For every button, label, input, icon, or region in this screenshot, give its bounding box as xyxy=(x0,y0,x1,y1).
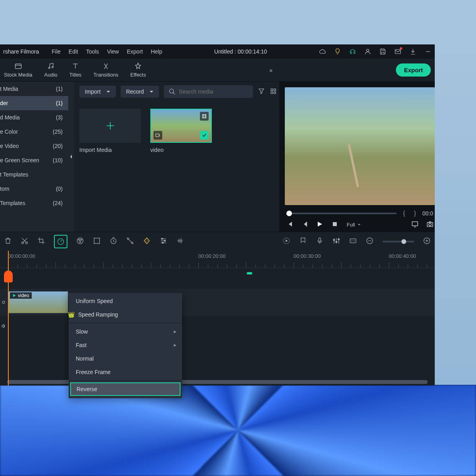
sidebar-item[interactable]: e Green Screen(10) xyxy=(0,153,68,167)
tab-stock-media[interactable]: Stock Media xyxy=(4,62,33,78)
mark-in-icon[interactable]: { xyxy=(401,210,407,217)
menu-tools[interactable]: Tools xyxy=(86,48,99,55)
menu-fast[interactable]: Fast xyxy=(69,338,182,352)
zoom-in-icon[interactable] xyxy=(423,237,431,246)
step-back-icon[interactable] xyxy=(286,221,293,228)
render-icon[interactable] xyxy=(282,237,290,246)
download-icon[interactable] xyxy=(409,48,416,55)
user-icon[interactable] xyxy=(364,48,371,55)
search-input[interactable] xyxy=(179,88,248,95)
sidebar-item[interactable]: Templates(24) xyxy=(0,196,68,210)
playhead[interactable] xyxy=(8,251,9,386)
speed-button[interactable] xyxy=(54,235,67,248)
audio-spectrum-icon[interactable] xyxy=(176,237,184,246)
add-to-timeline-icon[interactable] xyxy=(154,131,162,140)
marker-icon[interactable] xyxy=(299,237,307,246)
tab-effects[interactable]: Effects xyxy=(130,62,146,78)
track-lock-icon[interactable] xyxy=(0,289,7,316)
sidebar-item[interactable]: t Templates xyxy=(0,167,68,182)
track-row-empty xyxy=(0,268,435,289)
timeline-toolbar xyxy=(0,232,435,251)
menu-reverse[interactable]: Reverse xyxy=(70,382,180,396)
scrubber-thumb[interactable] xyxy=(286,211,292,216)
play-backward-icon[interactable] xyxy=(301,221,308,228)
menu-normal[interactable]: Normal xyxy=(69,352,182,365)
timeline-ruler[interactable]: 00:00:00:00 00:00:20:00 00:00:30:00 00:0… xyxy=(0,251,435,268)
record-dropdown[interactable]: Record xyxy=(121,86,159,98)
menu-slow[interactable]: Slow xyxy=(69,325,182,338)
audio-mixer-icon[interactable] xyxy=(332,237,340,246)
svg-rect-1 xyxy=(395,50,401,54)
export-button[interactable]: Export xyxy=(396,63,431,77)
clip-type-icon xyxy=(200,112,209,121)
speed-menu: Uniform Speed Speed Ramping Slow Fast No… xyxy=(69,293,182,398)
menu-view[interactable]: View xyxy=(107,48,119,55)
cloud-icon[interactable] xyxy=(319,48,326,55)
play-icon[interactable] xyxy=(317,221,323,228)
zoom-slider-thumb[interactable] xyxy=(401,239,406,244)
crop-icon[interactable] xyxy=(37,237,45,246)
preview-scrubber[interactable]: { } 00:0 xyxy=(285,210,435,217)
snapshot-icon[interactable] xyxy=(427,221,433,228)
playhead-handle[interactable] xyxy=(4,271,13,282)
menu-freeze-frame[interactable]: Freeze Frame xyxy=(69,365,182,379)
menu-help[interactable]: Help xyxy=(151,48,162,55)
sidebar-item[interactable]: t Media(1) xyxy=(0,82,68,96)
stop-icon[interactable] xyxy=(332,221,338,228)
cut-icon[interactable] xyxy=(21,237,29,246)
menu-uniform-speed[interactable]: Uniform Speed xyxy=(69,294,182,308)
sidebar-item[interactable]: d Media(3) xyxy=(0,110,68,125)
track-mute-icon[interactable] xyxy=(0,316,7,336)
support-icon[interactable] xyxy=(349,48,356,55)
search-box[interactable] xyxy=(164,85,253,98)
minimize-icon[interactable] xyxy=(424,48,432,55)
svg-rect-6 xyxy=(271,89,273,91)
menu-edit[interactable]: Edit xyxy=(69,48,78,55)
quality-dropdown[interactable]: Full xyxy=(347,222,361,228)
timeline-clip[interactable]: video xyxy=(8,291,68,313)
menu-file[interactable]: File xyxy=(52,48,61,55)
time-display: 00:0 xyxy=(422,210,433,217)
save-icon[interactable] xyxy=(379,48,386,55)
mark-out-icon[interactable]: } xyxy=(411,210,418,217)
color-icon[interactable] xyxy=(76,237,84,246)
preview-video[interactable] xyxy=(285,87,435,205)
sidebar-item[interactable]: e Color(25) xyxy=(0,125,68,139)
adjust-icon[interactable] xyxy=(159,237,167,246)
svg-point-26 xyxy=(164,240,165,241)
tab-titles[interactable]: Titles xyxy=(69,62,82,78)
titlebar-actions xyxy=(319,48,432,55)
voiceover-icon[interactable] xyxy=(316,237,324,246)
menu-speed-ramping[interactable]: Speed Ramping xyxy=(69,308,182,321)
filter-icon[interactable] xyxy=(258,88,265,96)
sidebar-item[interactable]: tom(0) xyxy=(0,182,68,196)
tips-icon[interactable] xyxy=(334,48,341,55)
sidebar-item[interactable]: e Video(20) xyxy=(0,139,68,153)
tab-transitions[interactable]: Transitions xyxy=(93,62,118,78)
tab-audio[interactable]: Audio xyxy=(44,62,58,78)
display-icon[interactable] xyxy=(412,221,418,228)
import-media-button[interactable] xyxy=(79,109,141,143)
delete-icon[interactable] xyxy=(4,237,12,246)
import-dropdown[interactable]: Import xyxy=(79,86,116,98)
scrubber-track[interactable] xyxy=(286,213,397,214)
green-screen-icon[interactable] xyxy=(93,237,101,246)
mail-icon[interactable] xyxy=(394,48,401,55)
menu-export[interactable]: Export xyxy=(127,48,143,55)
caption-icon[interactable] xyxy=(349,237,357,246)
duration-icon[interactable] xyxy=(109,237,117,246)
grid-view-icon[interactable] xyxy=(270,88,277,96)
motion-track-icon[interactable] xyxy=(126,237,134,246)
expand-tabs-icon[interactable]: » xyxy=(269,67,273,73)
preview-controls: { } 00:0 Full xyxy=(285,205,435,228)
sidebar-item[interactable]: der(1) xyxy=(0,96,68,110)
zoom-out-icon[interactable] xyxy=(366,237,374,246)
svg-rect-32 xyxy=(338,239,339,240)
zoom-slider[interactable] xyxy=(382,241,414,242)
keyframe-icon[interactable] xyxy=(143,237,151,246)
video-track[interactable]: video xyxy=(0,289,435,316)
media-clip[interactable]: video xyxy=(150,109,212,153)
svg-point-15 xyxy=(429,223,431,226)
audio-track[interactable] xyxy=(0,316,435,336)
sidebar-collapse[interactable] xyxy=(68,82,74,232)
